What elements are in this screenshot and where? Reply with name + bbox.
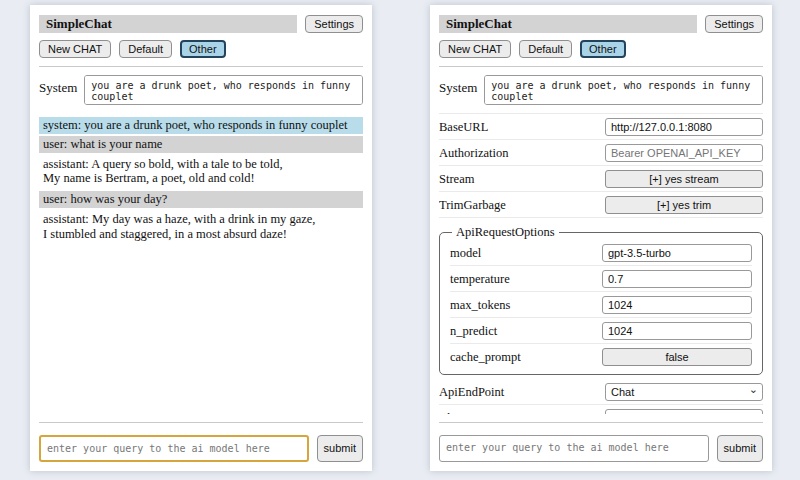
chat-history-select[interactable]: Last1 — [605, 409, 763, 414]
new-chat-button[interactable]: New CHAT — [439, 40, 511, 58]
settings-label: BaseURL — [439, 120, 488, 135]
settings-row-temperature: temperature — [450, 266, 752, 292]
system-label: System — [439, 75, 477, 105]
settings-panel: SimpleChat Settings New CHAT Default Oth… — [430, 5, 772, 471]
settings-label: TrimGarbage — [439, 198, 506, 213]
divider — [39, 422, 363, 423]
assistant-line: My name is Bertram, a poet, old and cold… — [43, 171, 359, 186]
settings-row-max-tokens: max_tokens — [450, 292, 752, 318]
temperature-input[interactable] — [602, 270, 752, 288]
cache-prompt-toggle-button[interactable]: false — [602, 348, 752, 366]
chat-message-assistant: assistant: My day was a haze, with a dri… — [39, 211, 363, 243]
chat-history-select-wrap: Last1 ⌄ — [605, 409, 763, 414]
api-request-options-fieldset: ApiRequestOptions model temperature max_… — [439, 225, 763, 375]
model-input[interactable] — [602, 244, 752, 262]
settings-label: max_tokens — [450, 298, 510, 313]
app-title: SimpleChat — [446, 16, 512, 32]
n-predict-input[interactable] — [602, 322, 752, 340]
settings-row-chat-history: ChatHistoryInCtxt Last1 ⌄ — [439, 405, 763, 414]
query-input[interactable] — [439, 435, 709, 462]
system-prompt-input[interactable]: you are a drunk poet, who responds in fu… — [84, 75, 363, 105]
page: SimpleChat Settings New CHAT Default Oth… — [0, 0, 800, 480]
header: SimpleChat Settings — [439, 15, 763, 33]
query-row: submit — [39, 435, 363, 462]
fieldset-legend: ApiRequestOptions — [452, 225, 559, 240]
divider — [439, 66, 763, 67]
chat-panel: SimpleChat Settings New CHAT Default Oth… — [30, 5, 372, 471]
settings-row-api-endpoint: ApiEndPoint Chat ⌄ — [439, 379, 763, 405]
settings-label: Authorization — [439, 146, 508, 161]
query-row: submit — [439, 435, 763, 462]
api-endpoint-select[interactable]: Chat — [605, 383, 763, 401]
session-toolbar: New CHAT Default Other — [439, 40, 763, 58]
settings-row-stream: Stream [+] yes stream — [439, 166, 763, 192]
divider — [39, 66, 363, 67]
assistant-line: assistant: A query so bold, with a tale … — [43, 157, 359, 172]
submit-button[interactable]: submit — [717, 435, 763, 462]
session-tab-default[interactable]: Default — [119, 40, 172, 58]
session-tab-default[interactable]: Default — [519, 40, 572, 58]
system-prompt-row: System you are a drunk poet, who respond… — [39, 75, 363, 105]
app-title: SimpleChat — [46, 16, 112, 32]
settings-label: ApiEndPoint — [439, 385, 504, 400]
trimgarbage-toggle-button[interactable]: [+] yes trim — [605, 196, 763, 214]
settings-label: n_predict — [450, 324, 497, 339]
new-chat-button[interactable]: New CHAT — [39, 40, 111, 58]
chat-message-list: system: you are a drunk poet, who respon… — [39, 117, 363, 414]
system-label: System — [39, 75, 77, 105]
session-toolbar: New CHAT Default Other — [39, 40, 363, 58]
settings-label: cache_prompt — [450, 350, 521, 365]
settings-row-n-predict: n_predict — [450, 318, 752, 344]
header: SimpleChat Settings — [39, 15, 363, 33]
submit-button[interactable]: submit — [317, 435, 363, 462]
divider — [439, 422, 763, 423]
max-tokens-input[interactable] — [602, 296, 752, 314]
settings-row-authorization: Authorization — [439, 140, 763, 166]
settings-label: model — [450, 246, 481, 261]
settings-form: BaseURL Authorization Stream [+] yes str… — [439, 113, 763, 414]
api-endpoint-select-wrap: Chat ⌄ — [605, 383, 763, 401]
settings-row-baseurl: BaseURL — [439, 113, 763, 140]
authorization-input[interactable] — [605, 144, 763, 162]
chat-message-system: system: you are a drunk poet, who respon… — [39, 117, 363, 134]
settings-button[interactable]: Settings — [305, 15, 363, 33]
query-input[interactable] — [39, 435, 309, 462]
chat-message-user: user: what is your name — [39, 136, 363, 153]
settings-row-model: model — [450, 240, 752, 266]
settings-label: temperature — [450, 272, 510, 287]
settings-row-trimgarbage: TrimGarbage [+] yes trim — [439, 192, 763, 218]
settings-row-cache-prompt: cache_prompt false — [450, 344, 752, 369]
settings-label: ChatHistoryInCtxt — [439, 411, 532, 414]
chat-message-assistant: assistant: A query so bold, with a tale … — [39, 156, 363, 188]
system-prompt-row: System you are a drunk poet, who respond… — [439, 75, 763, 105]
session-tab-other[interactable]: Other — [580, 40, 626, 58]
baseurl-input[interactable] — [605, 118, 763, 136]
header-bar: SimpleChat — [39, 15, 297, 33]
settings-label: Stream — [439, 172, 474, 187]
chat-message-user: user: how was your day? — [39, 191, 363, 208]
system-prompt-input[interactable]: you are a drunk poet, who responds in fu… — [484, 75, 763, 105]
assistant-line: assistant: My day was a haze, with a dri… — [43, 212, 359, 227]
settings-button[interactable]: Settings — [705, 15, 763, 33]
stream-toggle-button[interactable]: [+] yes stream — [605, 170, 763, 188]
assistant-line: I stumbled and staggered, in a most absu… — [43, 227, 359, 242]
session-tab-other[interactable]: Other — [180, 40, 226, 58]
header-bar: SimpleChat — [439, 15, 697, 33]
